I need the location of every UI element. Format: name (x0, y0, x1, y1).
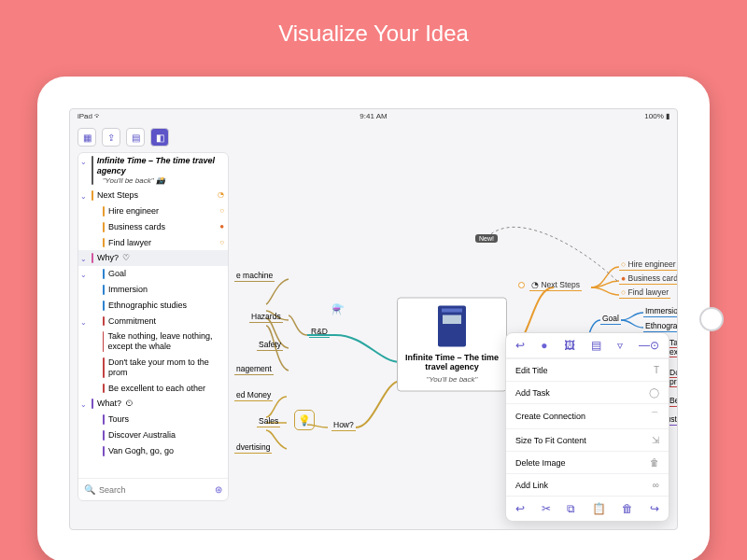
search-icon: 🔍 (84, 484, 95, 496)
app-screen: iPad ᯤ 9:41 AM 100% ▮ ▦ ⇪ ▤ ◧ ⌄ Infinite… (69, 108, 678, 530)
node[interactable]: ed Money (234, 389, 273, 401)
view-grid-button[interactable]: ▦ (78, 128, 96, 147)
flask-icon: ⚗️ (331, 303, 345, 315)
style-icon[interactable]: ● (541, 339, 547, 352)
task-icon: ◯ (649, 387, 659, 398)
central-topic[interactable]: Infinite Time – The time travel agency "… (397, 297, 507, 391)
node[interactable]: Goal (600, 313, 621, 325)
node[interactable]: e machine (234, 270, 275, 282)
node[interactable]: ○ Hire engineer (619, 259, 678, 271)
outline-root[interactable]: ⌄ Infinite Time – The time travel agency… (78, 153, 228, 188)
hero-heading: Visualize Your Idea (0, 21, 747, 47)
outline-item-what[interactable]: ⌄ What? ⏲ (78, 396, 228, 412)
share-button[interactable]: ⇪ (102, 128, 120, 147)
chevron-down-icon: ⌄ (80, 255, 87, 264)
ctx-create-connection[interactable]: Create Connection⌒ (506, 403, 669, 428)
outline-item[interactable]: Be excellent to each other (78, 381, 228, 397)
fit-icon: ⇲ (652, 435, 659, 445)
copy-icon[interactable]: ⧉ (567, 502, 575, 515)
ctx-size-fit[interactable]: Size To Fit Content⇲ (506, 428, 669, 451)
outline-panel: ⌄ Infinite Time – The time travel agency… (78, 152, 229, 501)
outline-title: Infinite Time – The time travel agency (97, 156, 224, 176)
redo-icon[interactable]: ↪︎ (650, 502, 659, 515)
filter-icon[interactable]: ▿ (617, 339, 623, 352)
outline-item[interactable]: Tours (78, 412, 228, 427)
text-icon: T (654, 365, 659, 375)
undo-icon[interactable]: ↩︎ (515, 502, 525, 515)
ctx-delete-image[interactable]: Delete Image🗑 (506, 451, 669, 473)
status-time: 9:41 AM (70, 112, 677, 120)
search-input[interactable] (99, 485, 215, 495)
image-icon[interactable]: 🖼 (564, 339, 575, 352)
node[interactable]: nagement (234, 363, 274, 375)
cut-icon[interactable]: ✂︎ (542, 502, 551, 515)
mindmap-canvas[interactable]: New! Infinite Time – The time travel age… (234, 152, 669, 522)
toggle-outline-button[interactable]: ◧ (150, 128, 169, 147)
node[interactable]: Sales (257, 415, 280, 427)
outline-item-why[interactable]: ⌄ Why? ♡ (78, 250, 228, 266)
status-bar: iPad ᯤ 9:41 AM 100% ▮ (70, 109, 677, 122)
outline-item[interactable]: Immersion (78, 282, 228, 298)
node[interactable]: dvertising (234, 441, 272, 454)
chevron-down-icon: ⌄ (80, 400, 87, 410)
search-box[interactable]: 🔍 ⊛ (78, 478, 228, 500)
node[interactable]: ● Business cards (619, 273, 678, 285)
lightbulb-icon: 💡 (294, 410, 315, 430)
ctx-edit-title[interactable]: Edit TitleT (506, 358, 669, 381)
outline-item[interactable]: Don't take your mom to the prom (78, 355, 228, 381)
chevron-down-icon: ⌄ (80, 158, 87, 167)
outline-subtitle: "You'll be back" 📸 (97, 176, 224, 186)
outline-item[interactable]: Ethnographic studies (78, 298, 228, 314)
central-title: Infinite Time – The time travel agency (403, 352, 500, 371)
chevron-down-icon: ⌄ (80, 192, 87, 202)
node[interactable]: How? (331, 419, 356, 431)
tardis-icon (438, 305, 466, 346)
outline-item[interactable]: Find lawyer○ (78, 235, 228, 251)
central-tagline: "You'll be back" (403, 374, 500, 383)
connection-icon: ⌒ (650, 410, 659, 423)
outline-item[interactable]: Hire engineer○ (78, 203, 228, 219)
outline-item[interactable]: Van Gogh, go, go (78, 443, 228, 459)
outline-item[interactable]: Discover Australia (78, 427, 228, 443)
outline-item[interactable]: Take nothing, leave nothing, except the … (78, 329, 228, 355)
heart-icon: ♡ (122, 253, 130, 263)
ctx-add-task[interactable]: Add Task◯ (506, 381, 669, 403)
node[interactable]: ○ Find lawyer (619, 287, 670, 299)
node[interactable]: Hazards (249, 311, 283, 323)
chevron-down-icon: ⌄ (80, 318, 87, 328)
badge-new: New! (475, 234, 498, 243)
node[interactable]: R&D (309, 326, 330, 338)
ipad-home-button[interactable] (699, 307, 724, 331)
context-menu: ↩︎ ● 🖼 ▤ ▿ —⊙ Edit TitleT Add Task◯ Crea… (505, 332, 669, 522)
ctx-add-link[interactable]: Add Link∞ (506, 473, 669, 496)
node[interactable]: Ethnographic studies (643, 320, 678, 332)
progress-icon: ◔ (218, 190, 224, 200)
note-icon[interactable]: ▤ (591, 339, 601, 352)
node-next-steps[interactable]: ◔ Next Steps (529, 279, 582, 291)
trash-icon[interactable]: 🗑 (622, 502, 633, 515)
paste-icon[interactable]: 📋 (592, 502, 606, 515)
node[interactable]: Safety (257, 339, 283, 351)
settings-button[interactable]: ▤ (126, 128, 145, 147)
link-icon: ∞ (653, 480, 659, 490)
undo-icon[interactable]: ↩︎ (515, 339, 525, 352)
clock-icon: ⏲ (125, 399, 134, 409)
ipad-frame: iPad ᯤ 9:41 AM 100% ▮ ▦ ⇪ ▤ ◧ ⌄ Infinite… (37, 77, 710, 560)
outline-item-next-steps[interactable]: ⌄ Next Steps ◔ (78, 188, 228, 203)
outline-item[interactable]: ⌄Commitment (78, 314, 228, 329)
outline-item[interactable]: Business cards● (78, 219, 228, 235)
clear-icon[interactable]: ⊛ (215, 484, 222, 495)
check-icon: ● (219, 222, 224, 231)
outline-item[interactable]: ⌄Goal (78, 266, 228, 282)
connect-icon[interactable]: —⊙ (639, 339, 659, 352)
chevron-down-icon: ⌄ (80, 271, 87, 280)
trash-icon: 🗑 (650, 457, 659, 468)
node[interactable]: Immersion (643, 305, 678, 317)
